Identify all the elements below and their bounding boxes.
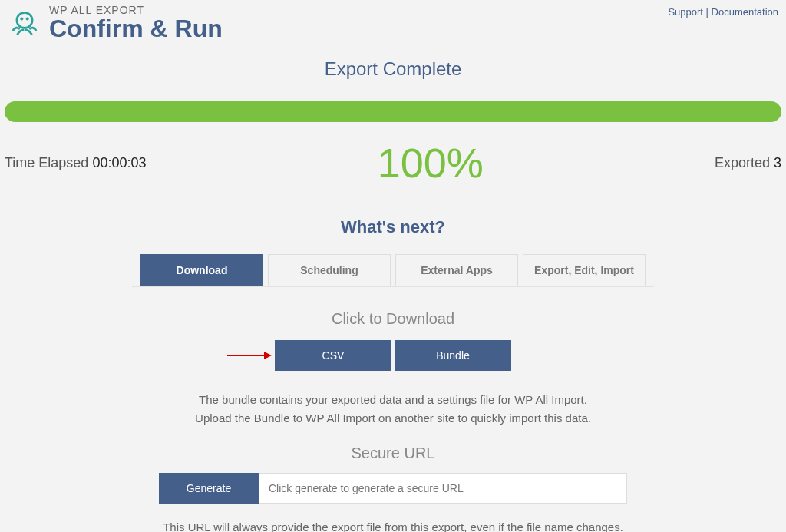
bundle-desc-line1: The bundle contains your exported data a… — [0, 391, 786, 409]
arrow-icon — [227, 352, 272, 359]
header-links: Support | Documentation — [668, 5, 778, 18]
time-elapsed: Time Elapsed 00:00:03 — [5, 155, 146, 171]
progress-wrap — [0, 101, 786, 122]
tab-scheduling[interactable]: Scheduling — [268, 254, 391, 286]
bundle-download-button[interactable]: Bundle — [395, 340, 511, 371]
tab-download[interactable]: Download — [140, 254, 263, 286]
header: WP ALL EXPORT Confirm & Run Support | Do… — [0, 0, 786, 41]
logo-icon — [8, 6, 41, 40]
generate-button[interactable]: Generate — [159, 473, 259, 504]
page-title: Confirm & Run — [49, 16, 223, 42]
status-title: Export Complete — [0, 58, 786, 80]
bundle-desc-line2: Upload the Bundle to WP All Import on an… — [0, 409, 786, 428]
secure-url-title: Secure URL — [0, 444, 786, 462]
support-link[interactable]: Support — [668, 6, 703, 18]
secure-url-description: This URL will always provide the export … — [0, 520, 786, 532]
tab-external-apps[interactable]: External Apps — [395, 254, 518, 286]
tabs: Download Scheduling External Apps Export… — [132, 254, 654, 287]
secure-url-input[interactable] — [259, 473, 627, 504]
time-elapsed-label: Time Elapsed — [5, 155, 92, 170]
whats-next-title: What's next? — [0, 217, 786, 237]
brand-text: WP ALL EXPORT Confirm & Run — [49, 5, 223, 41]
progress-percent: 100% — [378, 139, 484, 187]
svg-point-1 — [20, 18, 23, 21]
progress-bar — [5, 101, 781, 122]
download-section-title: Click to Download — [0, 310, 786, 328]
link-separator: | — [703, 6, 712, 18]
documentation-link[interactable]: Documentation — [712, 6, 778, 18]
exported-label: Exported — [715, 155, 774, 170]
exported-value: 3 — [774, 155, 781, 170]
svg-marker-4 — [264, 352, 272, 359]
stats-row: Time Elapsed 00:00:03 100% Exported 3 — [0, 139, 786, 187]
time-elapsed-value: 00:00:03 — [92, 155, 146, 170]
svg-point-2 — [26, 18, 29, 21]
svg-point-0 — [17, 12, 32, 28]
tab-export-edit-import[interactable]: Export, Edit, Import — [523, 254, 646, 286]
csv-download-button[interactable]: CSV — [275, 340, 391, 371]
secure-row: Generate — [0, 473, 786, 504]
brand-block: WP ALL EXPORT Confirm & Run — [8, 5, 223, 41]
exported-count: Exported 3 — [715, 155, 781, 171]
bundle-description: The bundle contains your exported data a… — [0, 391, 786, 428]
download-row: CSV Bundle — [0, 340, 786, 371]
